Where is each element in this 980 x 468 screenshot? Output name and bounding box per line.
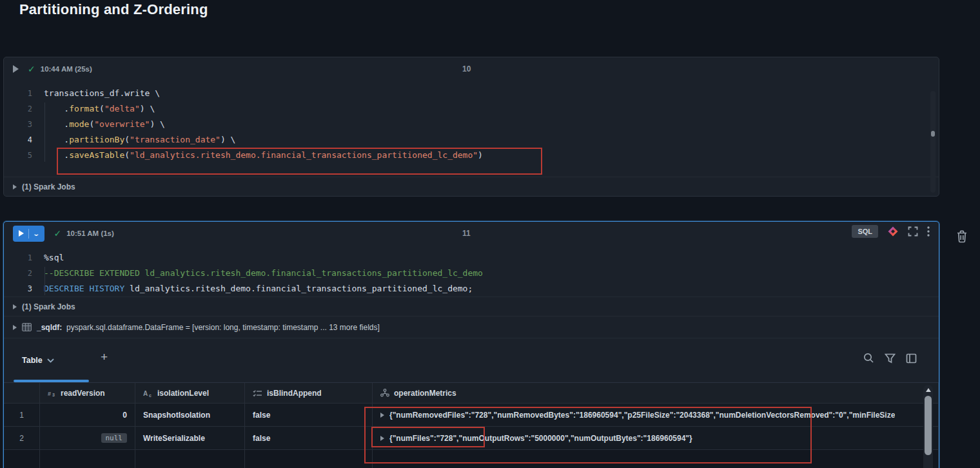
operation-metrics-json: {"numFiles":"728","numOutputRows":"50000… [389,434,692,443]
tab-table[interactable]: Table [22,356,54,365]
table-empty-filler [4,450,939,468]
column-label: isolationLevel [157,389,209,398]
code-text: %sql [44,250,64,266]
column-label: isBlindAppend [267,389,322,398]
column-label: readVersion [61,389,105,398]
cell1-editor-scrollbar[interactable] [930,91,936,193]
results-toolbar: Table + [4,338,939,383]
code-text: transactions_df.write \ [44,86,160,101]
line-number: 3 [4,281,44,297]
row-number-cell: 1 [4,404,40,427]
notebook-cell-2: ⌄ ✓ 10:51 AM (1s) 11 SQL [3,221,939,468]
svg-text:c: c [149,393,152,397]
expand-fullscreen-icon[interactable] [908,226,918,237]
cell1-execution-number: 10 [462,64,471,73]
code-line[interactable]: 2--DESCRIBE EXTENDED ld_analytics.ritesh… [4,266,939,281]
code-line[interactable]: 1transactions_df.write \ [4,86,939,101]
row-number-cell: 2 [4,427,40,450]
line-number: 4 [4,132,44,148]
line-number: 2 [4,101,44,117]
operation-metrics-json: {"numRemovedFiles":"728","numRemovedByte… [389,411,895,420]
scrollbar-thumb[interactable] [931,131,935,137]
active-tab-indicator [14,380,89,382]
code-line[interactable]: 1%sql [4,250,939,266]
column-label: operationMetrics [394,389,456,398]
cell1-run-timestamp: 10:44 AM (25s) [41,65,92,73]
scrollbar-thumb[interactable] [925,396,932,455]
code-text: .partitionBy("transaction_date") \ [44,132,235,148]
sqldf-schema-summary: pyspark.sql.dataframe.DataFrame = [versi… [66,323,380,332]
search-icon[interactable] [863,353,874,364]
page-title: Partitioning and Z-Ordering [19,1,208,18]
add-visualization-button[interactable]: + [101,350,108,364]
line-number: 1 [4,86,44,101]
table-body: 10SnapshotIsolationfalse{"numRemovedFile… [4,404,939,450]
side-panel-icon[interactable] [906,353,917,364]
expand-caret-icon [13,184,17,190]
map-type-icon [380,389,389,397]
code-text: --DESCRIBE EXTENDED ld_analytics.ritesh_… [44,266,483,281]
delete-cell-trash-icon[interactable] [956,229,968,244]
expand-json-caret-icon[interactable] [380,436,384,441]
cell2-header: ⌄ ✓ 10:51 AM (1s) 11 SQL [4,222,939,245]
table-header-row: #3readVersionAcisolationLevelisBlindAppe… [4,383,939,404]
assistant-sparkle-icon[interactable] [887,226,899,237]
sqldf-variable-name: _sqldf: [37,323,62,332]
chevron-down-icon [47,358,54,363]
spark-jobs-label: (1) Spark Jobs [22,302,75,311]
scroll-up-arrow[interactable] [926,388,931,392]
table-row[interactable]: 10SnapshotIsolationfalse{"numRemovedFile… [4,404,939,427]
code-line[interactable]: 4 .partitionBy("transaction_date") \ [4,132,939,148]
notebook-cell-1: ✓ 10:44 AM (25s) 10 1transactions_df.wri… [3,57,939,197]
svg-text:3: 3 [52,393,55,397]
language-badge[interactable]: SQL [852,225,878,238]
column-header-isolationLevel[interactable]: AcisolationLevel [135,383,245,404]
svg-text:#: # [48,391,51,397]
indent-guide [44,102,45,162]
code-line[interactable]: 3DESCRIBE HISTORY ld_analytics.ritesh_de… [4,281,939,297]
filter-icon[interactable] [885,353,896,364]
expand-caret-icon [13,304,17,309]
tab-table-label: Table [22,356,43,365]
string-type-icon: Ac [143,389,153,397]
code-line[interactable]: 2 .format("delta") \ [4,101,939,117]
cell2-spark-jobs-toggle[interactable]: (1) Spark Jobs [4,297,939,316]
cell-value: SnapshotIsolation [143,411,210,420]
success-check-icon: ✓ [54,228,61,239]
column-header-isBlindAppend[interactable]: isBlindAppend [245,383,373,404]
table-vertical-scrollbar[interactable] [923,385,933,468]
code-text: .mode("overwrite") \ [44,117,165,132]
run-cell-split-button[interactable]: ⌄ [13,226,44,242]
code-text: .format("delta") \ [44,101,155,117]
cell1-code-editor[interactable]: 1transactions_df.write \2 .format("delta… [4,81,939,163]
line-number: 3 [4,117,44,132]
code-text: .saveAsTable("ld_analytics.ritesh_demo.f… [44,148,483,163]
code-line[interactable]: 3 .mode("overwrite") \ [4,117,939,132]
cell-value: 0 [122,411,127,420]
cell-menu-kebab-icon[interactable] [927,226,930,237]
run-cell-icon[interactable] [13,65,19,73]
column-header-operationMetrics[interactable]: operationMetrics [373,383,939,404]
indent-guide [44,267,45,295]
expand-json-caret-icon[interactable] [380,413,384,418]
cell2-code-editor[interactable]: 1%sql2--DESCRIBE EXTENDED ld_analytics.r… [4,245,939,297]
sqldf-dataframe-toggle[interactable]: _sqldf: pyspark.sql.dataframe.DataFrame … [4,316,939,338]
row-number-header [4,383,40,404]
table-row[interactable]: 2nullWriteSerializablefalse{"numFiles":"… [4,427,939,450]
column-header-readVersion[interactable]: #3readVersion [40,383,135,404]
notebook-screen: Partitioning and Z-Ordering ✓ 10:44 AM (… [0,0,980,468]
code-line[interactable]: 5 .saveAsTable("ld_analytics.ritesh_demo… [4,148,939,163]
cell-value: false [253,434,270,443]
cell-value: false [253,411,270,420]
run-icon[interactable] [14,226,28,242]
svg-text:A: A [143,390,148,397]
run-options-chevron-icon[interactable]: ⌄ [29,226,43,242]
code-text: DESCRIBE HISTORY ld_analytics.ritesh_dem… [44,281,473,297]
dataframe-table-icon [22,323,32,331]
cell2-execution-number: 11 [462,229,471,238]
line-number: 1 [4,250,44,266]
cell2-run-timestamp: 10:51 AM (1s) [66,229,114,237]
cell1-spark-jobs-toggle[interactable]: (1) Spark Jobs [4,177,939,196]
expand-caret-icon [13,325,17,330]
spark-jobs-label: (1) Spark Jobs [22,182,75,191]
